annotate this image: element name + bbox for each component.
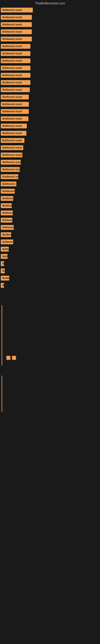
list-item: Bottleneck result <box>1 124 99 130</box>
list-item: Bottlenec <box>1 232 99 238</box>
list-item: Bottleneck result <box>1 66 99 72</box>
bottleneck-badge: Bottleneck result <box>1 37 32 42</box>
list-item: Bottleneck result <box>1 73 99 79</box>
bottleneck-badge: Bottleneck result <box>1 116 28 121</box>
list-item: Bottleneck result <box>1 189 99 195</box>
list-item: Bottleneck result <box>1 174 99 180</box>
bottleneck-badge: Bottleneck result <box>1 73 30 78</box>
list-item: Bo <box>1 268 99 274</box>
bottleneck-badge: Bottleneck result <box>1 30 32 34</box>
list-item: Bottleneck result <box>1 94 99 100</box>
list-item: Bottleneck result <box>1 15 99 21</box>
bottleneck-badge: B <box>1 261 4 266</box>
list-item: Bottleneck result <box>1 22 99 28</box>
list-item: Bottleneck result <box>1 102 99 108</box>
bottleneck-badge: Bottleneck r <box>1 210 13 215</box>
list-item: Bottleneck result <box>1 116 99 122</box>
bottleneck-badge: Bottleneck result <box>1 87 30 92</box>
bottleneck-list: Bottleneck resultBottleneck resultBottle… <box>0 7 100 291</box>
bottleneck-badge: Bottleneck result <box>1 58 30 63</box>
bottleneck-badge: B <box>1 283 4 288</box>
bottleneck-badge: Bo <box>1 268 5 273</box>
list-item: Bottleneck result <box>1 131 99 137</box>
list-item: Bottleneck result <box>1 145 99 151</box>
list-item: Bottleneck result <box>1 109 99 115</box>
list-item: Bottleneck result <box>1 51 99 57</box>
bottleneck-badge: Bottleneck result <box>1 22 32 27</box>
bottleneck-badge: Bottleneck result <box>1 102 29 107</box>
list-item: Bottleneck result <box>1 182 99 188</box>
vertical-line-2 <box>1 376 2 412</box>
list-item: Bottleneck result <box>1 167 99 173</box>
bottleneck-badge: Bottleneck re <box>1 225 14 230</box>
list-item: Bottleneck result <box>1 87 99 94</box>
bottleneck-badge: Bottleneck result <box>1 167 20 172</box>
bottleneck-badge: Bottleneck result <box>1 145 23 150</box>
site-title: TheBottlenecker.com <box>0 0 100 7</box>
bottleneck-badge: Bottleneck result <box>1 94 29 100</box>
list-item: Bottleneck result <box>1 138 99 144</box>
small-squares-group-1 <box>6 356 16 361</box>
list-item: Bottleneck result <box>1 58 99 64</box>
list-item: Bottleneck r <box>1 218 99 224</box>
bottleneck-badge: Bottleneck result <box>1 66 30 70</box>
bottleneck-badge: Bottleneck result <box>1 44 30 49</box>
list-item: Bottleneck result <box>1 8 99 14</box>
bottleneck-badge: Bottleneck r <box>1 196 13 201</box>
bottleneck-badge: Bottle <box>1 247 9 252</box>
list-item: Bottleneck result <box>1 44 99 50</box>
bottleneck-badge: Bottleneck result <box>1 124 27 128</box>
list-item: Bottleneck re <box>1 240 99 246</box>
bottleneck-badge: Bottleneck result <box>1 8 33 12</box>
bottleneck-badge: Bottlenec <box>1 232 11 237</box>
bottleneck-badge: Bottleneck result <box>1 80 30 85</box>
list-item: B <box>1 261 99 267</box>
list-item: Bottler <box>1 276 99 282</box>
list-item: Bottleneck result <box>1 37 99 43</box>
list-item: Bottle <box>1 247 99 253</box>
list-item: Bottleneck re <box>1 225 99 231</box>
bottleneck-badge: Bottleneck r <box>1 218 12 222</box>
bottleneck-badge: Bottleneck result <box>1 182 16 186</box>
list-item: Bottleneck result <box>1 30 99 36</box>
bottleneck-badge: Bottleneck result <box>1 109 29 114</box>
list-item: Bottleneck result <box>1 152 99 158</box>
bottleneck-badge: Bottleneck re <box>1 240 13 244</box>
list-item: Bottleneck result <box>1 80 99 86</box>
vertical-line-1 <box>1 305 2 366</box>
bottleneck-badge: Bottleneck result <box>1 160 21 164</box>
bottleneck-badge: Bottleneck result <box>1 174 18 179</box>
list-item: Bottleneck r <box>1 196 99 202</box>
bottleneck-badge: Bottleneck result <box>1 131 26 136</box>
bottleneck-badge: Bottl <box>1 254 8 259</box>
site-title-container: TheBottlenecker.com <box>0 0 100 7</box>
bottleneck-badge: Bottleneck <box>1 203 12 208</box>
bottleneck-badge: Bottler <box>1 276 9 280</box>
list-item: Bottleneck r <box>1 210 99 216</box>
bottleneck-badge: Bottleneck result <box>1 51 30 56</box>
bottom-section <box>0 295 100 416</box>
bottleneck-badge: Bottleneck result <box>1 189 15 194</box>
bottleneck-badge: Bottleneck result <box>1 138 24 143</box>
list-item: Bottl <box>1 254 99 260</box>
list-item: Bottleneck result <box>1 160 99 166</box>
bottleneck-badge: Bottleneck result <box>1 15 32 20</box>
list-item: Bottleneck <box>1 203 99 209</box>
list-item: B <box>1 283 99 289</box>
bottleneck-badge: Bottleneck result <box>1 152 22 158</box>
